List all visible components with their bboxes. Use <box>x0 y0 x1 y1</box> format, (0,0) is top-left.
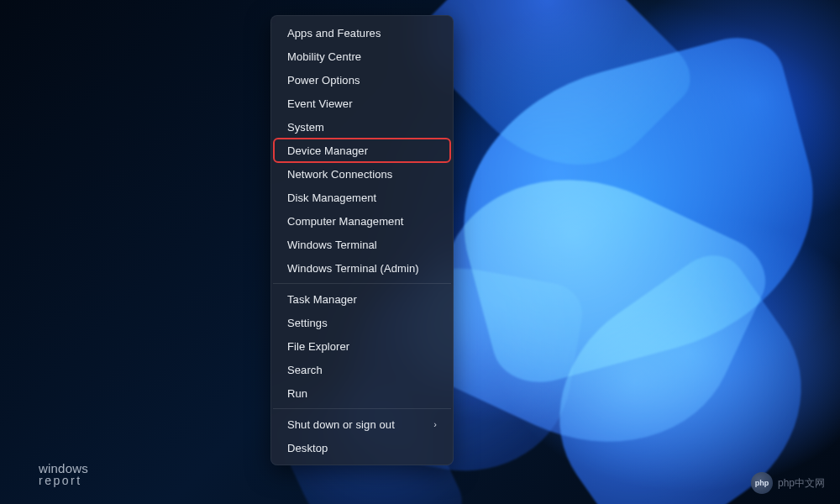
menu-item-label: Desktop <box>287 442 328 454</box>
menu-item-file-explorer[interactable]: File Explorer <box>274 334 450 358</box>
menu-separator <box>273 408 451 409</box>
menu-item-label: Search <box>287 364 323 376</box>
menu-item-label: Disk Management <box>287 192 376 204</box>
menu-item-run[interactable]: Run <box>274 381 450 405</box>
menu-item-label: Apps and Features <box>287 27 381 39</box>
menu-item-desktop[interactable]: Desktop <box>274 436 450 459</box>
watermark-line1: windows <box>39 462 88 475</box>
menu-item-label: Shut down or sign out <box>287 418 395 431</box>
menu-item-label: Windows Terminal (Admin) <box>287 262 419 275</box>
menu-item-system[interactable]: System <box>274 115 450 139</box>
menu-item-computer-management[interactable]: Computer Management <box>274 209 450 233</box>
watermark-windows-report: windows report <box>39 462 88 487</box>
menu-item-disk-management[interactable]: Disk Management <box>274 186 450 209</box>
watermark-badge-icon: php <box>751 472 773 494</box>
menu-item-label: Device Manager <box>287 144 368 157</box>
menu-item-settings[interactable]: Settings <box>274 311 450 334</box>
menu-item-label: Power Options <box>287 74 360 87</box>
menu-item-event-viewer[interactable]: Event Viewer <box>274 92 450 115</box>
menu-item-shut-down[interactable]: Shut down or sign out› <box>274 412 450 436</box>
menu-item-device-manager[interactable]: Device Manager <box>274 139 450 162</box>
menu-separator <box>273 283 451 284</box>
menu-item-search[interactable]: Search <box>274 358 450 381</box>
menu-item-apps-features[interactable]: Apps and Features <box>274 21 450 45</box>
menu-item-power-options[interactable]: Power Options <box>274 68 450 92</box>
menu-item-task-manager[interactable]: Task Manager <box>274 287 450 311</box>
menu-item-label: Windows Terminal <box>287 239 377 251</box>
chevron-right-icon: › <box>433 419 437 429</box>
menu-item-label: System <box>287 121 324 134</box>
menu-item-mobility-centre[interactable]: Mobility Centre <box>274 45 450 68</box>
menu-item-label: Computer Management <box>287 215 403 228</box>
menu-item-label: Event Viewer <box>287 97 353 110</box>
menu-item-windows-terminal[interactable]: Windows Terminal <box>274 233 450 256</box>
winx-context-menu[interactable]: Apps and FeaturesMobility CentrePower Op… <box>270 15 454 465</box>
menu-item-label: Task Manager <box>287 293 357 306</box>
menu-item-network-connections[interactable]: Network Connections <box>274 162 450 186</box>
watermark-php-cn: php php中文网 <box>751 472 825 494</box>
menu-item-windows-terminal-admin[interactable]: Windows Terminal (Admin) <box>274 256 450 280</box>
menu-item-label: Settings <box>287 317 328 329</box>
menu-item-label: Mobility Centre <box>287 50 361 63</box>
menu-item-label: Run <box>287 387 307 400</box>
watermark-text: php中文网 <box>778 476 825 491</box>
menu-item-label: Network Connections <box>287 168 392 181</box>
watermark-line2: report <box>39 475 88 487</box>
menu-item-label: File Explorer <box>287 340 349 353</box>
